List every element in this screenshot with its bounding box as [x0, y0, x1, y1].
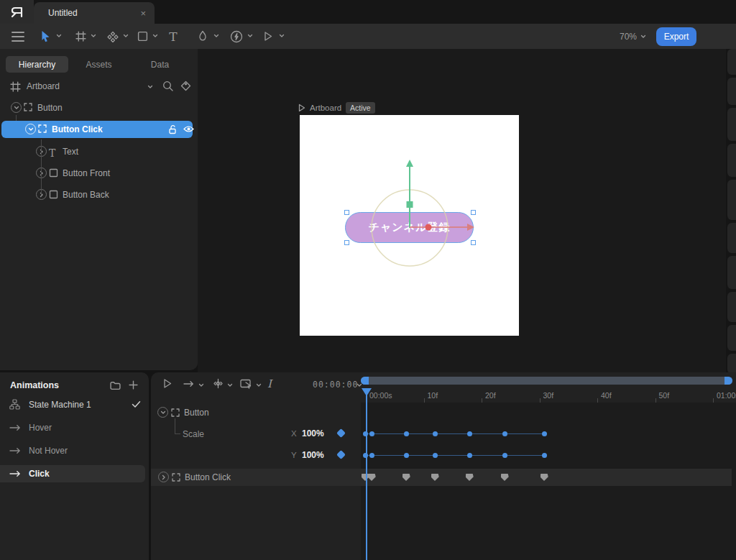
rectangle-tool[interactable]: [135, 24, 150, 49]
timeline-scrollbar[interactable]: [361, 377, 732, 385]
timeline-ruler[interactable]: 00:00s10f20f30f40f50f01:00s: [361, 388, 736, 403]
keyframe-y-5[interactable]: [502, 453, 507, 458]
collapsed-section-8[interactable]: [727, 325, 736, 351]
keyframe-y-2[interactable]: [404, 453, 409, 458]
timecode[interactable]: 00:00:00: [313, 380, 358, 390]
animation-item-state-machine-1[interactable]: State Machine 1: [0, 396, 145, 413]
artboard-tool-chevron[interactable]: [91, 34, 96, 38]
expand-chevron-icon[interactable]: [11, 102, 22, 113]
keyframe-x-6[interactable]: [542, 431, 547, 436]
collapsed-section-3[interactable]: [727, 144, 736, 177]
selection-handle-br[interactable]: [471, 240, 476, 245]
scale-y-value[interactable]: 100%: [302, 450, 324, 460]
collapsed-section-5[interactable]: [727, 223, 736, 253]
stage[interactable]: Artboard Active チャンネル登録: [198, 49, 726, 372]
play-tool-chevron[interactable]: [279, 34, 285, 38]
keyframe-x-2[interactable]: [404, 431, 409, 436]
animation-item-not-hover[interactable]: Not Hover: [0, 442, 145, 459]
track-scale-label[interactable]: Scale: [183, 429, 204, 439]
folder-icon[interactable]: [110, 381, 121, 390]
collapsed-section-2[interactable]: [727, 108, 736, 141]
scrollbar-right-handle[interactable]: [724, 377, 732, 385]
eye-icon[interactable]: [183, 125, 194, 133]
keyframe-y-6[interactable]: [542, 453, 547, 458]
track-group-label[interactable]: Button: [184, 408, 209, 418]
keyframe-x-1[interactable]: [369, 431, 374, 436]
autokey-chevron[interactable]: [256, 383, 262, 387]
expand-chevron-icon[interactable]: [25, 124, 36, 134]
shapes-tool-chevron[interactable]: [123, 34, 129, 38]
rectangle-tool-chevron[interactable]: [152, 34, 158, 38]
keyframe-x-5[interactable]: [502, 431, 507, 436]
autokey-icon[interactable]: [240, 379, 252, 389]
pen-tool[interactable]: [196, 24, 210, 49]
rive-logo[interactable]: [0, 0, 34, 24]
artboard-tool[interactable]: [73, 24, 88, 49]
scale-x-value[interactable]: 100%: [302, 428, 324, 439]
collapsed-section-1[interactable]: [727, 78, 736, 105]
scale-x-key-toggle[interactable]: [336, 428, 346, 438]
loop-mode-chevron[interactable]: [198, 383, 204, 387]
artboard-header[interactable]: Artboard Active: [298, 102, 375, 114]
tree-row-button[interactable]: Button: [0, 99, 198, 116]
search-icon[interactable]: [162, 81, 174, 92]
selection-handle-tl[interactable]: [344, 210, 349, 215]
scale-y-key-toggle[interactable]: [336, 450, 346, 459]
keyframe-x-3[interactable]: [433, 431, 438, 436]
track-button-expander[interactable]: [157, 407, 168, 418]
tag-icon[interactable]: [180, 81, 191, 91]
timeline-play-button[interactable]: [162, 378, 172, 389]
selection-handle-bl[interactable]: [344, 240, 349, 245]
track-button-click-row[interactable]: Button Click: [151, 469, 732, 486]
artboard-play-icon[interactable]: [298, 104, 305, 112]
select-tool-chevron[interactable]: [56, 34, 62, 38]
keyframe-y-4[interactable]: [467, 453, 472, 458]
events-tool-chevron[interactable]: [247, 34, 253, 38]
keyframe-nav-chevron[interactable]: [227, 383, 233, 387]
artboard-selector-chevron[interactable]: [147, 85, 153, 89]
collapsed-section-4[interactable]: [727, 180, 736, 220]
tab-data[interactable]: Data: [129, 56, 190, 73]
keyframe-y-3[interactable]: [433, 453, 438, 458]
select-tool[interactable]: [38, 24, 52, 49]
collapsed-section-0[interactable]: [727, 49, 736, 75]
add-animation-icon[interactable]: [129, 380, 138, 390]
menu-button[interactable]: [10, 24, 26, 49]
selection-handle-tr[interactable]: [471, 210, 476, 215]
animation-item-hover[interactable]: Hover: [0, 419, 145, 436]
scrollbar-left-handle[interactable]: [361, 377, 369, 385]
keyframe-nav-icon[interactable]: [213, 378, 224, 389]
animation-item-click[interactable]: Click: [0, 465, 145, 482]
artboard-selector-row[interactable]: Artboard: [0, 79, 198, 95]
loop-mode-icon[interactable]: [183, 380, 196, 387]
play-tool[interactable]: [261, 24, 275, 49]
pen-tool-chevron[interactable]: [213, 34, 219, 38]
artboard-name[interactable]: Artboard: [310, 104, 341, 112]
tab-assets[interactable]: Assets: [68, 56, 129, 73]
events-tool[interactable]: [229, 24, 244, 49]
tree-row-button-click[interactable]: Button Click: [1, 121, 193, 138]
track-button-click-label[interactable]: Button Click: [185, 472, 231, 482]
unlock-icon[interactable]: [168, 124, 177, 134]
shapes-tool[interactable]: [106, 24, 120, 49]
tree-row-button-front[interactable]: Button Front: [0, 165, 198, 182]
tree-row-text[interactable]: TText: [0, 143, 198, 160]
text-tool[interactable]: T: [166, 24, 180, 49]
tab-close-icon[interactable]: ×: [140, 8, 146, 19]
keyframe-x-4[interactable]: [467, 431, 472, 436]
tab-hierarchy[interactable]: Hierarchy: [6, 56, 68, 73]
interpolation-icon[interactable]: I: [267, 377, 272, 390]
zoom-control[interactable]: 70%: [620, 29, 646, 44]
collapsed-section-6[interactable]: [727, 256, 736, 289]
track-button-click-expander[interactable]: [158, 472, 169, 482]
playhead-line[interactable]: [366, 388, 367, 560]
timecode-chevron[interactable]: [356, 383, 362, 387]
document-tab[interactable]: Untitled ×: [34, 2, 155, 24]
inspector-collapsed-strip[interactable]: [726, 49, 736, 372]
keyframe-y-1[interactable]: [369, 453, 374, 458]
tree-row-button-back[interactable]: Button Back: [0, 186, 198, 203]
subscribe-button-shape[interactable]: チャンネル登録: [345, 212, 474, 243]
collapsed-section-9[interactable]: [727, 354, 736, 374]
playhead-handle[interactable]: [362, 388, 372, 396]
collapsed-section-7[interactable]: [727, 292, 736, 322]
